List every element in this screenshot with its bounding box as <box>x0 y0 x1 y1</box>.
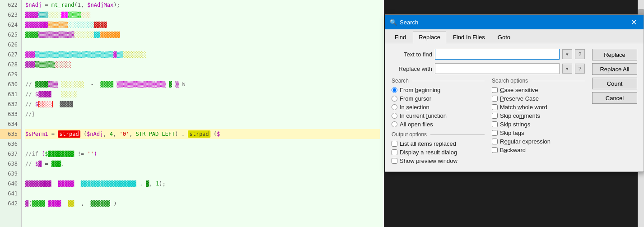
radio-from-cursor[interactable]: From cursor <box>392 95 485 102</box>
text-to-find-input[interactable] <box>435 49 560 60</box>
search-icon: 🔍 <box>390 19 397 26</box>
checkbox-backward[interactable]: Backward <box>492 147 585 153</box>
search-options-col: Search From beginning From cursor In sel… <box>392 78 485 166</box>
code-line: ▓(▓▓▓▓ ▓▓▓▓ ▓▓ , ▓▓▓▓▓▓ ) <box>25 199 380 208</box>
code-line <box>25 189 380 199</box>
radio-in-selection[interactable]: In selection <box>392 104 485 111</box>
replace-with-input[interactable] <box>435 63 560 74</box>
code-line: $nAdj = mt_rand(1, $nAdjMax); <box>25 0 380 10</box>
search-checkboxes-col: Search options Case sensitive Preserve C… <box>492 78 585 166</box>
radio-all-open-files[interactable]: All open files <box>392 121 485 128</box>
text-to-find-row: Text to find ▾ ? <box>392 49 585 60</box>
dialog-body: Text to find ▾ ? Replace with ▾ ? Searc <box>385 43 644 171</box>
code-line: // $▓ = ▓▓▓. <box>25 159 380 169</box>
search-options-header: Search options <box>492 78 585 84</box>
replace-button[interactable]: Replace <box>592 49 637 60</box>
checkbox-skip-tags[interactable]: Skip tags <box>492 130 585 136</box>
checkbox-preserve-case[interactable]: Preserve Case <box>492 95 585 102</box>
code-line <box>25 40 380 50</box>
code-line: ▓▓▓▓▓▓▓▒▒▒▒▒▒░░░░░░░░▓▓▓▓ <box>25 20 380 30</box>
tab-find-in-files[interactable]: Find In Files <box>447 31 491 43</box>
radio-in-current-function[interactable]: In current function <box>392 112 485 119</box>
output-options-header: Output options <box>392 131 485 138</box>
options-area: Search From beginning From cursor In sel… <box>392 78 585 166</box>
find-history-button[interactable]: ▾ <box>562 49 572 59</box>
count-button[interactable]: Count <box>592 78 637 89</box>
tab-replace[interactable]: Replace <box>413 31 446 43</box>
code-line: ▓▓▓▓▒▒▒▒▒▒▒▒▒▒▒░░░░░░▓▓▓▓▓▓▓▓ <box>25 30 380 40</box>
code-line: ▓▓▓▓▒▒▒░░░░▓▓▒▒▒▒░░░ <box>25 10 380 20</box>
code-content: $nAdj = mt_rand(1, $nAdjMax); ▓▓▓▓▒▒▒░░░… <box>22 0 384 227</box>
code-line <box>25 169 380 179</box>
replace-help-button[interactable]: ? <box>575 64 585 74</box>
code-line: //if ($▓▓▓▓▓▓▓▓ != '') <box>25 149 380 159</box>
checkbox-match-whole-word[interactable]: Match whole word <box>492 104 585 111</box>
buttons-column: Replace Replace All Count Cancel <box>592 49 637 166</box>
radio-from-beginning[interactable]: From beginning <box>392 87 485 93</box>
code-line <box>25 69 380 79</box>
find-help-button[interactable]: ? <box>575 49 585 59</box>
dialog-titlebar: 🔍 Search ✕ <box>385 15 644 29</box>
output-options-section: Output options List all items replaced D… <box>392 131 485 164</box>
code-line: $sPerm1 = strpad ($nAdj, 4, '0', STR_PAD… <box>25 129 380 139</box>
checkbox-regular-expression[interactable]: Regular expression <box>492 138 585 145</box>
dialog-close-button[interactable]: ✕ <box>628 17 639 28</box>
tab-goto[interactable]: Goto <box>492 31 516 43</box>
code-line: // ▓▓▓▓▒▒▒ ░░░░░░░ - ▓▓▓▓ ▒▒▒▒▒▒▒▒▒▒▒▒▒▒… <box>25 79 380 89</box>
search-section-header: Search <box>392 78 485 84</box>
replace-with-label: Replace with <box>392 65 432 72</box>
replace-all-button[interactable]: Replace All <box>592 63 637 75</box>
checkbox-show-preview[interactable]: Show preview window <box>392 158 485 164</box>
checkbox-skip-comments[interactable]: Skip comments <box>492 112 585 119</box>
tab-find[interactable]: Find <box>389 31 412 43</box>
code-editor: 622 623 624 625 626 627 628 629 630 631 … <box>0 0 384 227</box>
code-line: ▓▓▓▒▒▒▒▒▒▒▒▒▒▒▒▒▒▒▒▒▒▒▒▒▒▒▒▓▒▒░░░░░░░ <box>25 50 380 60</box>
code-line: ▓▓▓▓▓▓▓▓ ▓▓▓▓▓ ▓▓▓▓▓▓▓▓▓▓▓▓▓▓▓▓▓ . ▓, 1)… <box>25 179 380 189</box>
code-line: // $▓▓▓▓ ░░░░░ <box>25 89 380 99</box>
dialog-tabs: Find Replace Find In Files Goto <box>385 29 644 43</box>
checkbox-display-result[interactable]: Display a result dialog <box>392 149 485 156</box>
line-numbers: 622 623 624 625 626 627 628 629 630 631 … <box>0 0 22 227</box>
code-line <box>25 119 380 129</box>
checkbox-skip-strings[interactable]: Skip strings <box>492 121 585 128</box>
checkbox-case-sensitive[interactable]: Case sensitive <box>492 87 585 93</box>
code-line: //} <box>25 109 380 119</box>
text-to-find-label: Text to find <box>392 51 432 58</box>
code-line: ▓▓▓▒▒▒▒▒▒░░░░░ <box>25 60 380 69</box>
code-line: // $▓▓▓▓ ▓▓▓▓ <box>25 99 380 109</box>
checkbox-list-all[interactable]: List all items replaced <box>392 140 485 147</box>
dialog-title: 🔍 Search <box>390 19 418 26</box>
replace-with-row: Replace with ▾ ? <box>392 63 585 74</box>
replace-history-button[interactable]: ▾ <box>562 64 572 74</box>
code-line <box>25 139 380 149</box>
cancel-button[interactable]: Cancel <box>592 92 637 104</box>
search-dialog: 🔍 Search ✕ Find Replace Find In Files Go… <box>385 14 644 172</box>
